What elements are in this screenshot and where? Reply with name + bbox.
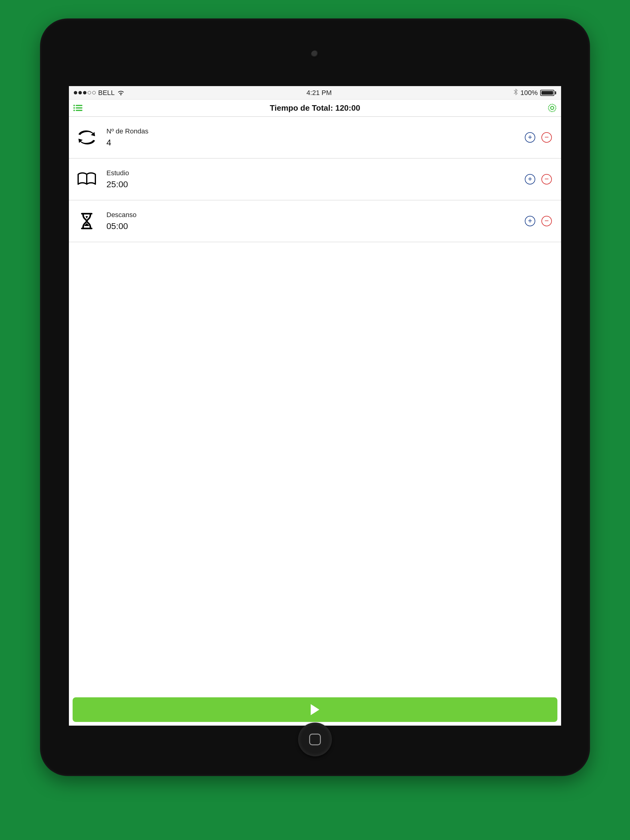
row-label: Estudio: [106, 169, 518, 177]
battery-pct-label: 100%: [521, 89, 538, 97]
camera-dot: [311, 51, 319, 58]
signal-strength-icon: [74, 91, 96, 95]
svg-point-7: [551, 106, 554, 109]
tablet-frame: BELL 4:21 PM 100%: [40, 19, 590, 776]
home-button[interactable]: [298, 723, 332, 756]
row-label: Descanso: [106, 211, 518, 219]
wifi-icon: [117, 90, 125, 96]
status-left: BELL: [74, 89, 125, 97]
row-rounds: Nº de Rondas 4 + −: [69, 117, 561, 159]
repeat-icon: [74, 129, 99, 145]
row-rest: Descanso 05:00 + −: [69, 201, 561, 242]
row-label: Nº de Rondas: [106, 127, 518, 135]
title-bar: Tiempo de Total: 120:00: [69, 99, 561, 117]
hourglass-icon: [74, 212, 99, 230]
menu-list-icon[interactable]: [73, 104, 83, 112]
battery-icon: [540, 90, 556, 96]
clock-label: 4:21 PM: [306, 89, 332, 97]
row-study: Estudio 25:00 + −: [69, 159, 561, 201]
svg-point-6: [548, 104, 556, 112]
play-button[interactable]: [73, 697, 557, 722]
svg-rect-3: [76, 107, 82, 109]
settings-list: Nº de Rondas 4 + − Estudio 25:00 +: [69, 117, 561, 242]
increment-button[interactable]: +: [525, 216, 535, 226]
decrement-button[interactable]: −: [541, 174, 552, 185]
increment-button[interactable]: +: [525, 174, 535, 185]
row-value: 4: [106, 138, 518, 148]
book-icon: [74, 172, 99, 186]
svg-point-0: [73, 105, 75, 106]
play-icon: [309, 704, 321, 716]
increment-button[interactable]: +: [525, 132, 535, 143]
svg-rect-5: [76, 110, 82, 111]
page-title: Tiempo de Total: 120:00: [270, 103, 360, 113]
bluetooth-icon: [514, 88, 518, 97]
carrier-label: BELL: [98, 89, 115, 97]
svg-rect-1: [76, 105, 82, 106]
row-value: 25:00: [106, 180, 518, 189]
svg-point-4: [73, 110, 75, 111]
status-bar: BELL 4:21 PM 100%: [69, 86, 561, 99]
decrement-button[interactable]: −: [541, 216, 552, 226]
row-value: 05:00: [106, 221, 518, 231]
app-screen: BELL 4:21 PM 100%: [69, 86, 561, 726]
status-right: 100%: [514, 88, 556, 97]
decrement-button[interactable]: −: [541, 132, 552, 143]
empty-area: [69, 242, 561, 694]
settings-gear-icon[interactable]: [548, 103, 557, 112]
svg-point-2: [73, 107, 75, 109]
